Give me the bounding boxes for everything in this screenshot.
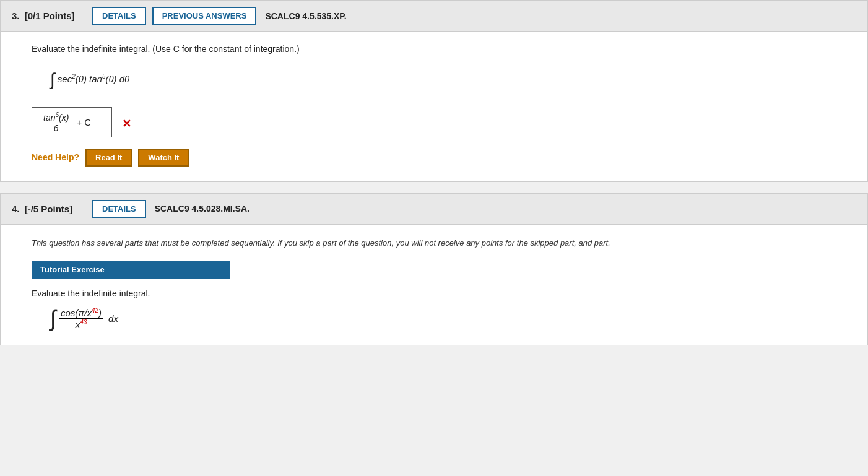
q3-answer-area: tan6(x) 6 + C ✕	[32, 107, 849, 141]
question-3-header: 3. [0/1 Points] DETAILS PREVIOUS ANSWERS…	[1, 1, 867, 32]
q4-numerator: cos(π/x42)	[59, 307, 103, 319]
question-4-block: 4. [-/5 Points] DETAILS SCALC9 4.5.028.M…	[0, 193, 868, 346]
integral-sign: ∫	[50, 70, 55, 89]
q4-dx: dx	[108, 313, 118, 324]
tutorial-exercise-bar: Tutorial Exercise	[32, 261, 230, 279]
q4-fraction: cos(π/x42) x43	[59, 307, 103, 330]
q3-answer-box: tan6(x) 6 + C	[32, 107, 112, 137]
q4-num: 4.	[12, 204, 20, 214]
question-3-block: 3. [0/1 Points] DETAILS PREVIOUS ANSWERS…	[0, 0, 868, 182]
question-3-body: Evaluate the indefinite integral. (Use C…	[1, 32, 867, 181]
q4-exp-43: 43	[80, 319, 87, 326]
q4-exp-42: 42	[92, 307, 98, 314]
read-it-button[interactable]: Read It	[85, 149, 132, 167]
q4-integral-display: ∫ cos(π/x42) x43 dx	[50, 307, 849, 330]
q3-fraction-numerator: tan6(x)	[41, 111, 71, 123]
q4-details-button[interactable]: DETAILS	[92, 200, 146, 218]
q3-code: SCALC9 4.5.535.XP.	[265, 11, 346, 21]
q3-instruction: Evaluate the indefinite integral. (Use C…	[32, 44, 849, 54]
q4-instruction: Evaluate the indefinite integral.	[32, 288, 849, 298]
q4-code: SCALC9 4.5.028.MI.SA.	[155, 204, 250, 214]
q3-integral-display: ∫ sec2(θ) tan5(θ) dθ	[50, 63, 849, 97]
q3-fraction-denominator: 6	[51, 123, 61, 133]
q4-note: This question has several parts that mus…	[32, 237, 849, 250]
q3-integrand: sec2(θ) tan5(θ) dθ	[58, 74, 129, 84]
question-3-number: 3. [0/1 Points]	[12, 11, 86, 21]
need-help-label: Need Help?	[32, 152, 79, 162]
q3-wrong-mark: ✕	[122, 117, 131, 131]
q3-need-help-row: Need Help? Read It Watch It	[32, 149, 849, 167]
q3-plus-c: + C	[76, 117, 91, 128]
q4-denominator: x43	[74, 319, 89, 330]
question-4-header: 4. [-/5 Points] DETAILS SCALC9 4.5.028.M…	[1, 194, 867, 225]
watch-it-button[interactable]: Watch It	[138, 149, 189, 167]
q3-details-button[interactable]: DETAILS	[92, 7, 146, 25]
q3-num: 3.	[12, 11, 20, 21]
q3-answer-fraction: tan6(x) 6	[41, 111, 71, 133]
q3-prev-answers-button[interactable]: PREVIOUS ANSWERS	[152, 7, 257, 25]
question-4-body: This question has several parts that mus…	[1, 225, 867, 345]
q3-points: [0/1 Points]	[25, 11, 75, 21]
q4-integral-sign: ∫	[50, 308, 56, 330]
question-4-number: 4. [-/5 Points]	[12, 204, 86, 214]
q4-points: [-/5 Points]	[25, 204, 73, 214]
